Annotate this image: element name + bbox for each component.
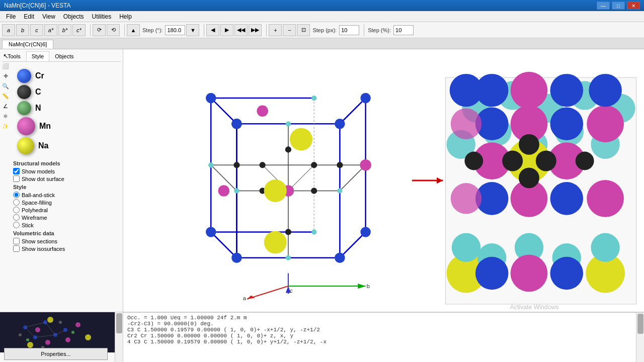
svg-rect-0 [0, 312, 123, 352]
svg-point-76 [206, 227, 216, 237]
step-px-input[interactable] [339, 25, 359, 35]
menu-file[interactable]: File [2, 12, 20, 21]
toolbar-zoom-out[interactable]: − [283, 24, 296, 36]
toolbar-zoom-in[interactable]: + [269, 24, 282, 36]
toolbar-icon-1[interactable]: ⟳ [93, 24, 106, 36]
tab-bar: NaMn[Cr(CN)6] [0, 38, 644, 49]
rotate-cstar-button[interactable]: c* [72, 24, 86, 36]
svg-point-85 [264, 231, 287, 253]
toolbar-zoom-fit[interactable]: ⊡ [297, 24, 310, 36]
toolbar-right-button[interactable]: ▶ [220, 24, 233, 36]
close-button[interactable]: ✕ [627, 2, 640, 10]
stick-label: Stick [22, 222, 34, 228]
wireframe-radio[interactable] [13, 214, 20, 221]
svg-point-9 [65, 337, 70, 342]
element-legend: Cr C N Mn Na [13, 65, 121, 158]
rotate-astar-button[interactable]: a* [44, 24, 57, 36]
svg-point-52 [286, 255, 291, 260]
crystal-view[interactable]: c b a [123, 49, 644, 312]
title-bar: NaMn[Cr(CN)6] - VESTA — □ ✕ [0, 0, 644, 11]
svg-point-118 [587, 105, 624, 142]
menu-utilities[interactable]: Utilities [88, 12, 116, 21]
svg-point-120 [587, 180, 624, 217]
svg-point-143 [450, 74, 483, 107]
svg-point-54 [311, 229, 316, 234]
svg-point-80 [360, 159, 371, 171]
console-line-1: Occ. = 1.000 Ueq = 1.00000 24f 2.m m [127, 315, 640, 321]
console-scroll-thumb[interactable] [637, 314, 643, 334]
sidebar-scrollbar[interactable] [115, 312, 123, 362]
toolbar-separator-2 [122, 24, 125, 36]
sidebar-scrollbar-thumb[interactable] [116, 313, 122, 333]
stick-radio[interactable] [13, 222, 20, 228]
angle-tool[interactable]: ∠ [1, 102, 10, 111]
wand-tool[interactable]: ✨ [1, 122, 10, 131]
svg-point-73 [335, 252, 345, 262]
select-tool[interactable]: ⬜ [1, 61, 10, 70]
svg-point-138 [511, 255, 548, 292]
svg-point-71 [335, 119, 345, 129]
toolbar-left-button[interactable]: ◀ [206, 24, 219, 36]
svg-point-68 [311, 162, 317, 168]
svg-point-12 [85, 334, 91, 340]
show-isosurfaces-checkbox[interactable] [13, 245, 20, 252]
svg-point-121 [451, 183, 481, 214]
svg-point-17 [71, 331, 74, 334]
menu-objects[interactable]: Objects [59, 12, 88, 21]
show-models-checkbox[interactable] [13, 168, 20, 174]
space-filling-radio[interactable] [13, 199, 20, 206]
toolbar-icon-2[interactable]: ⟲ [107, 24, 120, 36]
minimize-button[interactable]: — [597, 2, 610, 10]
atom-tool[interactable]: ⚛ [1, 112, 10, 121]
tab-style[interactable]: Style [26, 51, 49, 61]
pointer-tool[interactable]: ↖ [1, 51, 10, 60]
na-ball [17, 137, 34, 154]
step-deg-input[interactable] [165, 25, 185, 35]
svg-point-70 [231, 119, 242, 129]
c-label: C [35, 87, 41, 97]
rotate-bstar-button[interactable]: b* [58, 24, 71, 36]
mn-ball [17, 117, 35, 135]
svg-point-66 [285, 229, 291, 235]
style-polyhedral: Polyhedral [13, 207, 121, 213]
toolbar-shift-right[interactable]: ▶▶ [249, 24, 262, 36]
show-sections-label: Show sections [22, 238, 57, 244]
maximize-button[interactable]: □ [612, 2, 625, 10]
show-sections-checkbox[interactable] [13, 238, 20, 244]
zoom-tool[interactable]: 🔍 [1, 81, 10, 90]
ball-and-stick-radio[interactable] [13, 192, 20, 198]
menu-view[interactable]: View [38, 12, 59, 21]
menu-help[interactable]: Help [115, 12, 136, 21]
step-pct-input[interactable] [393, 25, 414, 35]
move-tool[interactable]: ✛ [1, 71, 10, 80]
space-filling-structure [445, 72, 636, 304]
sidebar: Tools Style Objects ↖ ⬜ ✛ 🔍 📏 ∠ ⚛ ✨ [0, 49, 123, 362]
svg-point-142 [589, 74, 622, 107]
step-px-label: Step (px): [311, 27, 338, 33]
menu-edit[interactable]: Edit [20, 12, 38, 21]
cr-ball [17, 69, 31, 83]
measure-tool[interactable]: 📏 [1, 92, 10, 101]
na-label: Na [38, 141, 48, 150]
show-dot-surface-checkbox[interactable] [13, 175, 20, 182]
tab-main[interactable]: NaMn[Cr(CN)6] [2, 40, 53, 49]
tab-objects[interactable]: Objects [49, 51, 79, 61]
svg-text:Activate Windows: Activate Windows [510, 304, 559, 311]
polyhedral-label: Polyhedral [22, 207, 48, 213]
svg-line-25 [340, 232, 365, 257]
toolbar-shift-left[interactable]: ◀◀ [234, 24, 248, 36]
svg-point-74 [206, 93, 216, 103]
toolbar-up-button[interactable]: ▲ [127, 24, 140, 36]
polyhedral-radio[interactable] [13, 207, 20, 213]
toolbar-down-button[interactable]: ▼ [186, 24, 199, 36]
rotate-b-button[interactable]: b [16, 24, 29, 36]
style-panel: Cr C N Mn Na [13, 65, 121, 252]
rotate-c-button[interactable]: c [30, 24, 43, 36]
rotate-a-button[interactable]: a [2, 24, 15, 36]
console-scrollbar[interactable] [636, 313, 644, 362]
properties-button[interactable]: Properties... [4, 348, 108, 360]
toolbar-separator-4 [264, 24, 267, 36]
main-area: Tools Style Objects ↖ ⬜ ✛ 🔍 📏 ∠ ⚛ ✨ [0, 49, 644, 362]
show-isosurfaces-label: Show isosurfaces [22, 246, 65, 252]
svg-point-63 [233, 162, 239, 168]
